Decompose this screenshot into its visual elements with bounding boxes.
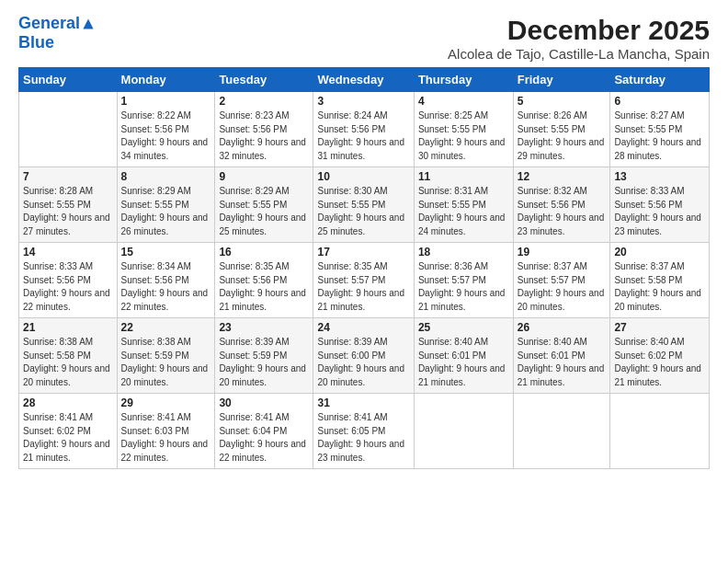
day-info: Sunrise: 8:22 AM Sunset: 5:56 PM Dayligh… [121,109,211,163]
day-info: Sunrise: 8:24 AM Sunset: 5:56 PM Dayligh… [317,109,409,163]
logo-icon [82,17,95,30]
calendar-cell: 23Sunrise: 8:39 AM Sunset: 5:59 PM Dayli… [215,318,313,394]
day-number: 27 [614,321,705,334]
col-thursday: Thursday [414,68,513,92]
calendar-cell: 12Sunrise: 8:32 AM Sunset: 5:56 PM Dayli… [513,167,610,243]
title-block: December 2025 Alcolea de Tajo, Castille-… [448,15,710,62]
svg-marker-0 [83,19,93,29]
header: General Blue December 2025 Alcolea de Ta… [18,15,710,62]
calendar-cell [19,92,118,167]
day-info: Sunrise: 8:36 AM Sunset: 5:57 PM Dayligh… [418,260,509,314]
page: General Blue December 2025 Alcolea de Ta… [0,0,728,480]
day-number: 9 [219,170,309,183]
day-number: 14 [23,246,113,259]
calendar-week-row: 21Sunrise: 8:38 AM Sunset: 5:58 PM Dayli… [19,318,710,394]
day-info: Sunrise: 8:35 AM Sunset: 5:56 PM Dayligh… [219,260,309,314]
day-number: 15 [121,246,211,259]
subtitle: Alcolea de Tajo, Castille-La Mancha, Spa… [448,46,710,62]
day-info: Sunrise: 8:38 AM Sunset: 5:58 PM Dayligh… [23,336,113,389]
day-number: 26 [518,321,607,334]
day-number: 5 [518,95,607,108]
day-info: Sunrise: 8:41 AM Sunset: 6:03 PM Dayligh… [121,411,211,465]
day-info: Sunrise: 8:37 AM Sunset: 5:57 PM Dayligh… [518,260,607,314]
day-info: Sunrise: 8:39 AM Sunset: 6:00 PM Dayligh… [317,336,409,389]
day-info: Sunrise: 8:33 AM Sunset: 5:56 PM Dayligh… [23,260,113,314]
calendar-cell: 3Sunrise: 8:24 AM Sunset: 5:56 PM Daylig… [313,92,414,167]
day-info: Sunrise: 8:39 AM Sunset: 5:59 PM Dayligh… [219,336,309,389]
calendar-week-row: 14Sunrise: 8:33 AM Sunset: 5:56 PM Dayli… [19,243,710,318]
day-info: Sunrise: 8:30 AM Sunset: 5:55 PM Dayligh… [317,185,409,238]
day-info: Sunrise: 8:41 AM Sunset: 6:04 PM Dayligh… [219,411,309,465]
day-number: 8 [121,170,211,183]
day-number: 20 [614,246,705,259]
day-info: Sunrise: 8:27 AM Sunset: 5:55 PM Dayligh… [614,109,705,163]
day-number: 6 [614,95,705,108]
logo-text: General [18,15,95,33]
logo-line2: Blue [18,33,95,52]
day-number: 16 [219,246,309,259]
day-info: Sunrise: 8:26 AM Sunset: 5:55 PM Dayligh… [518,109,607,163]
day-info: Sunrise: 8:41 AM Sunset: 6:05 PM Dayligh… [317,411,409,465]
day-info: Sunrise: 8:33 AM Sunset: 5:56 PM Dayligh… [614,185,705,238]
day-info: Sunrise: 8:29 AM Sunset: 5:55 PM Dayligh… [219,185,309,238]
day-number: 18 [418,246,509,259]
calendar-cell: 14Sunrise: 8:33 AM Sunset: 5:56 PM Dayli… [19,243,118,318]
col-wednesday: Wednesday [313,68,414,92]
calendar-cell: 28Sunrise: 8:41 AM Sunset: 6:02 PM Dayli… [19,394,118,469]
calendar-cell: 21Sunrise: 8:38 AM Sunset: 5:58 PM Dayli… [19,318,118,394]
day-number: 25 [418,321,509,334]
day-number: 1 [121,95,211,108]
day-info: Sunrise: 8:40 AM Sunset: 6:01 PM Dayligh… [518,336,607,389]
day-info: Sunrise: 8:38 AM Sunset: 5:59 PM Dayligh… [121,336,211,389]
day-number: 24 [317,321,409,334]
calendar-cell: 25Sunrise: 8:40 AM Sunset: 6:01 PM Dayli… [414,318,513,394]
day-info: Sunrise: 8:31 AM Sunset: 5:55 PM Dayligh… [418,185,509,238]
calendar-cell: 1Sunrise: 8:22 AM Sunset: 5:56 PM Daylig… [117,92,215,167]
day-number: 4 [418,95,509,108]
col-monday: Monday [117,68,215,92]
day-info: Sunrise: 8:25 AM Sunset: 5:55 PM Dayligh… [418,109,509,163]
calendar-cell: 27Sunrise: 8:40 AM Sunset: 6:02 PM Dayli… [610,318,710,394]
calendar-cell: 5Sunrise: 8:26 AM Sunset: 5:55 PM Daylig… [513,92,610,167]
calendar-cell: 8Sunrise: 8:29 AM Sunset: 5:55 PM Daylig… [117,167,215,243]
day-number: 30 [219,396,309,409]
day-number: 13 [614,170,705,183]
day-number: 2 [219,95,309,108]
calendar-cell: 9Sunrise: 8:29 AM Sunset: 5:55 PM Daylig… [215,167,313,243]
day-info: Sunrise: 8:40 AM Sunset: 6:01 PM Dayligh… [418,336,509,389]
logo: General Blue [18,15,95,52]
calendar-cell: 22Sunrise: 8:38 AM Sunset: 5:59 PM Dayli… [117,318,215,394]
day-number: 17 [317,246,409,259]
day-info: Sunrise: 8:37 AM Sunset: 5:58 PM Dayligh… [614,260,705,314]
day-info: Sunrise: 8:32 AM Sunset: 5:56 PM Dayligh… [518,185,607,238]
col-saturday: Saturday [610,68,710,92]
day-number: 7 [23,170,113,183]
calendar-cell: 19Sunrise: 8:37 AM Sunset: 5:57 PM Dayli… [513,243,610,318]
logo-block: General Blue [18,15,95,52]
day-number: 22 [121,321,211,334]
day-info: Sunrise: 8:34 AM Sunset: 5:56 PM Dayligh… [121,260,211,314]
col-sunday: Sunday [19,68,118,92]
calendar-cell: 26Sunrise: 8:40 AM Sunset: 6:01 PM Dayli… [513,318,610,394]
calendar-cell: 11Sunrise: 8:31 AM Sunset: 5:55 PM Dayli… [414,167,513,243]
day-number: 3 [317,95,409,108]
day-number: 19 [518,246,607,259]
col-friday: Friday [513,68,610,92]
day-number: 28 [23,396,113,409]
calendar-cell: 4Sunrise: 8:25 AM Sunset: 5:55 PM Daylig… [414,92,513,167]
day-info: Sunrise: 8:28 AM Sunset: 5:55 PM Dayligh… [23,185,113,238]
calendar-cell: 2Sunrise: 8:23 AM Sunset: 5:56 PM Daylig… [215,92,313,167]
calendar-cell: 30Sunrise: 8:41 AM Sunset: 6:04 PM Dayli… [215,394,313,469]
calendar-cell: 31Sunrise: 8:41 AM Sunset: 6:05 PM Dayli… [313,394,414,469]
calendar-cell [513,394,610,469]
calendar-cell: 29Sunrise: 8:41 AM Sunset: 6:03 PM Dayli… [117,394,215,469]
calendar: Sunday Monday Tuesday Wednesday Thursday… [18,67,710,469]
calendar-header-row: Sunday Monday Tuesday Wednesday Thursday… [19,68,710,92]
day-info: Sunrise: 8:35 AM Sunset: 5:57 PM Dayligh… [317,260,409,314]
day-info: Sunrise: 8:29 AM Sunset: 5:55 PM Dayligh… [121,185,211,238]
calendar-cell [610,394,710,469]
calendar-cell: 15Sunrise: 8:34 AM Sunset: 5:56 PM Dayli… [117,243,215,318]
col-tuesday: Tuesday [215,68,313,92]
calendar-cell: 24Sunrise: 8:39 AM Sunset: 6:00 PM Dayli… [313,318,414,394]
day-number: 21 [23,321,113,334]
